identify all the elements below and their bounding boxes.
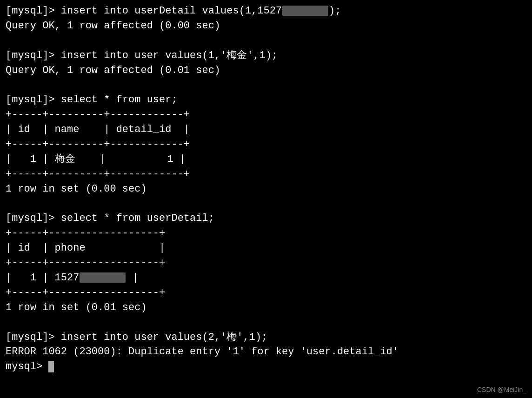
terminal-line: ERROR 1062 (23000): Duplicate entry '1' … xyxy=(6,345,526,359)
terminal-line xyxy=(6,197,526,212)
terminal-line: [mysql]> insert into userDetail values(1… xyxy=(6,4,526,19)
terminal-line: +-----+------------------+ xyxy=(6,226,526,241)
terminal-line: Query OK, 1 row affected (0.01 sec) xyxy=(6,63,526,78)
terminal-line: mysql> xyxy=(6,359,526,374)
cursor xyxy=(48,361,54,372)
terminal-line: | id | phone | xyxy=(6,241,526,256)
terminal-line xyxy=(6,315,526,330)
redacted-value xyxy=(282,6,328,16)
terminal-line: +-----+---------+------------+ xyxy=(6,137,526,152)
terminal-line: +-----+---------+------------+ xyxy=(6,107,526,122)
terminal-line: | 1 | 梅金 | 1 | xyxy=(6,152,526,167)
terminal-line: +-----+------------------+ xyxy=(6,285,526,300)
terminal-line xyxy=(6,33,526,48)
redacted-phone xyxy=(80,272,126,283)
watermark: CSDN @MeiJin_ xyxy=(477,385,526,394)
terminal-line: | 1 | 1527 | xyxy=(6,271,526,285)
terminal-line: Query OK, 1 row affected (0.00 sec) xyxy=(6,19,526,33)
terminal-line: 1 row in set (0.00 sec) xyxy=(6,182,526,197)
terminal-line: [mysql]> select * from userDetail; xyxy=(6,211,526,226)
terminal-line: | id | name | detail_id | xyxy=(6,122,526,137)
terminal-line: +-----+------------------+ xyxy=(6,256,526,271)
terminal-line xyxy=(6,78,526,93)
terminal: [mysql]> insert into userDetail values(1… xyxy=(0,0,532,398)
terminal-line: +-----+---------+------------+ xyxy=(6,167,526,182)
terminal-line: 1 row in set (0.01 sec) xyxy=(6,300,526,315)
terminal-line: [mysql]> select * from user; xyxy=(6,93,526,107)
terminal-line: [mysql]> insert into user values(1,'梅金',… xyxy=(6,48,526,63)
terminal-line: [mysql]> insert into user values(2,'梅',1… xyxy=(6,330,526,345)
